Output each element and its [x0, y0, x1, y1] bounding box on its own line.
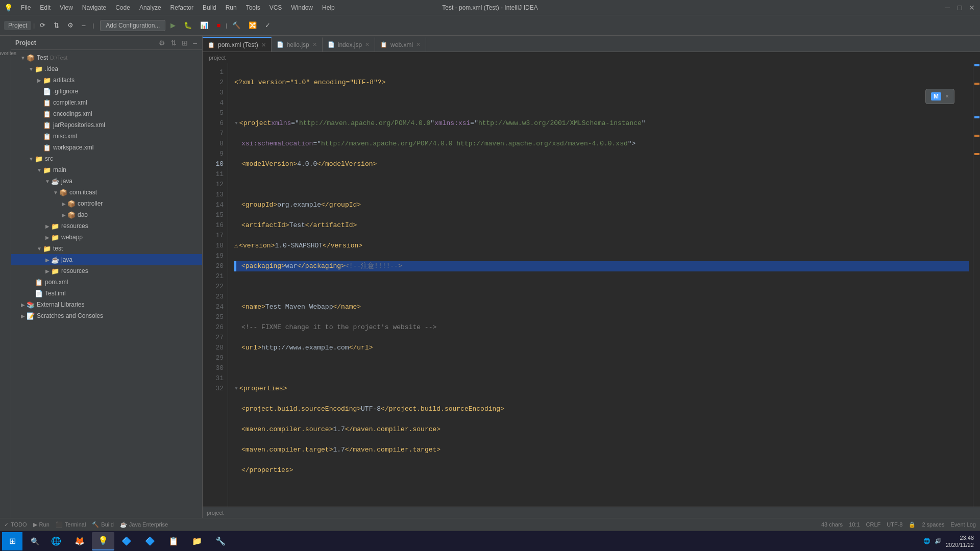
- tree-item-controller[interactable]: ▶ 📦 controller: [11, 198, 202, 209]
- tree-item-test-root[interactable]: ▼ 📦 Test D:\Test: [11, 52, 202, 63]
- taskbar-clock[interactable]: 23:48 2020/11/22: [946, 534, 974, 548]
- code-span: <: [241, 343, 246, 353]
- menu-code[interactable]: Code: [111, 3, 134, 13]
- line-sep-display[interactable]: CRLF: [866, 521, 881, 528]
- build-status-button[interactable]: 🔨 Build: [92, 521, 113, 528]
- fold-icon-3[interactable]: ▾: [234, 118, 238, 129]
- run-button[interactable]: ▶: [167, 20, 179, 31]
- taskbar-app-intellij2[interactable]: 🔷: [115, 532, 138, 550]
- tree-item-main-resources[interactable]: ▶ 📁 resources: [11, 220, 202, 232]
- stop-button[interactable]: ■: [213, 20, 224, 31]
- code-span: >: [271, 241, 275, 251]
- popup-close-button[interactable]: ×: [945, 93, 949, 100]
- run-configuration-dropdown[interactable]: Add Configuration...: [100, 20, 165, 31]
- tree-item-misc-xml[interactable]: 📋 misc.xml: [11, 131, 202, 142]
- tree-item-test-resources[interactable]: ▶ 📁 resources: [11, 265, 202, 277]
- menu-file[interactable]: File: [17, 3, 35, 13]
- panel-sort-icon[interactable]: ⇅: [169, 38, 178, 48]
- panel-expand-icon[interactable]: ⊞: [181, 38, 189, 48]
- tree-item-scratches[interactable]: ▶ 📝 Scratches and Consoles: [11, 310, 202, 321]
- toolbar-collapse-button[interactable]: ⇅: [51, 20, 62, 31]
- tree-item-com-itcast[interactable]: ▼ 📦 com.itcast: [11, 187, 202, 198]
- tree-item-dao[interactable]: ▶ 📦 dao: [11, 209, 202, 220]
- tab-close-hello[interactable]: ✕: [312, 41, 317, 48]
- toolbar-commit-button[interactable]: ✓: [262, 20, 274, 31]
- tab-close-pom[interactable]: ✕: [261, 42, 266, 48]
- taskbar-app-vscode[interactable]: 🔷: [139, 532, 161, 550]
- ln-23: 23: [205, 292, 224, 302]
- tab-hello-jsp[interactable]: 📄 hello.jsp ✕: [272, 37, 323, 52]
- build-project-button[interactable]: 🔨: [229, 20, 243, 31]
- tab-web-xml[interactable]: 📋 web.xml ✕: [375, 37, 426, 52]
- menu-refactor[interactable]: Refactor: [166, 3, 198, 13]
- tree-item-pom-xml[interactable]: 📋 pom.xml: [11, 277, 202, 288]
- menu-edit[interactable]: Edit: [36, 3, 55, 13]
- tree-item-idea[interactable]: ▼ 📁 .idea: [11, 63, 202, 74]
- code-span: properties: [250, 465, 289, 475]
- toolbar-hide-button[interactable]: –: [79, 20, 88, 31]
- taskbar-app-edge[interactable]: 🌐: [45, 532, 67, 550]
- terminal-button[interactable]: ⬛ Terminal: [56, 521, 86, 528]
- tab-close-web[interactable]: ✕: [416, 41, 421, 48]
- run-with-coverage-button[interactable]: 📊: [197, 20, 211, 31]
- minimize-button[interactable]: ─: [943, 4, 951, 12]
- lock-icon[interactable]: 🔒: [909, 521, 916, 528]
- taskbar-app-git[interactable]: 📋: [162, 532, 185, 550]
- menu-tools[interactable]: Tools: [242, 3, 264, 13]
- fold-icon-22[interactable]: ▾: [234, 506, 238, 507]
- tab-index-jsp[interactable]: 📄 index.jsp ✕: [323, 37, 375, 52]
- maximize-button[interactable]: □: [955, 4, 964, 12]
- tree-item-main-java[interactable]: ▼ ☕ java: [11, 176, 202, 187]
- menu-help[interactable]: Help: [318, 3, 339, 13]
- encoding-display[interactable]: UTF-8: [887, 521, 902, 528]
- tree-item-jar-repos[interactable]: 📋 jarRepositories.xml: [11, 119, 202, 131]
- menu-build[interactable]: Build: [199, 3, 220, 13]
- tree-item-main[interactable]: ▼ 📁 main: [11, 164, 202, 176]
- tree-item-workspace-xml[interactable]: 📋 workspace.xml: [11, 142, 202, 153]
- tree-item-test-java[interactable]: ▶ ☕ java: [11, 254, 202, 265]
- tree-item-encodings-xml[interactable]: 📋 encodings.xml: [11, 108, 202, 119]
- indent-display[interactable]: 2 spaces: [922, 521, 944, 528]
- tab-pom-xml[interactable]: 📋 pom.xml (Test) ✕: [203, 37, 272, 52]
- project-selector[interactable]: Project: [4, 21, 31, 30]
- taskbar-search-icon[interactable]: 🔍: [26, 532, 44, 550]
- tree-item-compiler-xml[interactable]: 📋 compiler.xml: [11, 97, 202, 108]
- panel-close-icon[interactable]: –: [192, 38, 198, 48]
- fold-icon-16[interactable]: ▾: [234, 384, 238, 394]
- menu-navigate[interactable]: Navigate: [78, 3, 110, 13]
- tab-close-index[interactable]: ✕: [365, 41, 370, 48]
- taskbar-app-idea[interactable]: 💡: [92, 532, 114, 550]
- toolbar-settings-button[interactable]: ⚙: [64, 20, 77, 31]
- code-editor[interactable]: <?xml version="1.0" encoding="UTF-8"?> ▾…: [228, 63, 973, 507]
- menu-view[interactable]: View: [56, 3, 77, 13]
- event-log-button[interactable]: Event Log: [950, 521, 976, 528]
- todo-button[interactable]: ✓ TODO: [4, 521, 27, 528]
- java-enterprise-button[interactable]: ☕ Java Enterprise: [120, 521, 168, 528]
- line-col-display[interactable]: 10:1: [849, 521, 860, 528]
- menu-vcs[interactable]: VCS: [265, 3, 286, 13]
- panel-settings-icon[interactable]: ⚙: [158, 38, 166, 48]
- code-span: packaging: [246, 261, 281, 271]
- tree-item-src[interactable]: ▼ 📁 src: [11, 153, 202, 164]
- run-status-button[interactable]: ▶ Run: [33, 521, 50, 528]
- taskbar-app-explorer[interactable]: 📁: [186, 532, 208, 550]
- close-button[interactable]: ✕: [968, 4, 976, 12]
- tree-item-test[interactable]: ▼ 📁 test: [11, 243, 202, 254]
- debug-button[interactable]: 🐛: [181, 20, 195, 31]
- sidebar-favorites-icon[interactable]: Favorites: [0, 48, 21, 58]
- taskbar-app-tool[interactable]: 🔧: [209, 532, 232, 550]
- toolbar-sync-button[interactable]: ⟳: [37, 20, 48, 31]
- tree-item-artifacts[interactable]: ▶ 📁 artifacts: [11, 74, 202, 86]
- toolbar-vcs-button[interactable]: 🔀: [246, 20, 260, 31]
- menu-analyze[interactable]: Analyze: [135, 3, 165, 13]
- tree-item-external-libraries[interactable]: ▶ 📚 External Libraries: [11, 299, 202, 310]
- tree-item-test-iml[interactable]: 📄 Test.iml: [11, 288, 202, 299]
- tree-item-gitignore[interactable]: 📄 .gitignore: [11, 86, 202, 97]
- menu-run[interactable]: Run: [222, 3, 241, 13]
- tab-label-pom: pom.xml (Test): [218, 41, 258, 48]
- tree-item-webapp[interactable]: ▶ 📁 webapp: [11, 232, 202, 243]
- taskbar-app-firefox[interactable]: 🦊: [68, 532, 91, 550]
- start-button[interactable]: ⊞: [2, 532, 22, 550]
- code-span: UTF-8: [361, 404, 381, 414]
- menu-window[interactable]: Window: [287, 3, 317, 13]
